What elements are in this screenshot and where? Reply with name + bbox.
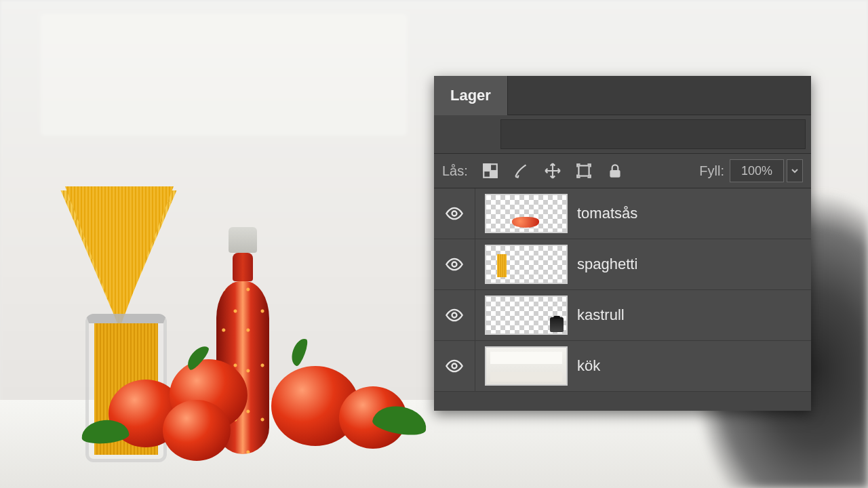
svg-point-6: [452, 262, 457, 267]
svg-rect-4: [610, 170, 620, 178]
eye-icon: [445, 306, 464, 325]
layer-row-tomatsas[interactable]: tomatsås: [434, 188, 811, 239]
fill-value-field[interactable]: 100%: [730, 159, 784, 182]
panel-tab-bar: Lager: [434, 76, 811, 115]
visibility-toggle[interactable]: [434, 204, 475, 223]
layer-row-spaghetti[interactable]: spaghetti: [434, 239, 811, 290]
visibility-toggle[interactable]: [434, 306, 475, 325]
visibility-toggle[interactable]: [434, 357, 475, 375]
layer-thumbnail[interactable]: [485, 245, 568, 284]
layer-row-kastrull[interactable]: kastrull: [434, 290, 811, 341]
layer-row-kok[interactable]: kök: [434, 341, 811, 392]
panel-tab-empty: [508, 76, 811, 115]
lock-brush-icon[interactable]: [510, 159, 533, 182]
layer-name[interactable]: spaghetti: [577, 256, 637, 273]
svg-point-8: [452, 364, 457, 369]
panel-filter-row: [434, 115, 811, 153]
lock-label: Lås:: [442, 163, 468, 179]
svg-rect-3: [578, 165, 589, 176]
layer-search-field[interactable]: [500, 119, 806, 149]
fill-dropdown[interactable]: [787, 159, 803, 182]
svg-point-5: [452, 211, 457, 216]
layer-thumbnail[interactable]: [485, 296, 568, 335]
layer-options-bar: Lås: Fyll: 100%: [434, 153, 811, 188]
layer-thumbnail[interactable]: [485, 194, 568, 233]
document-canvas: Lager Lås: Fyll:: [0, 0, 868, 488]
svg-point-7: [452, 313, 457, 318]
layer-name[interactable]: tomatsås: [577, 205, 637, 222]
lock-all-icon[interactable]: [604, 159, 627, 182]
svg-rect-1: [484, 164, 490, 171]
tomatoes-object: [81, 339, 420, 468]
eye-icon: [445, 204, 464, 223]
tab-layers[interactable]: Lager: [434, 76, 508, 115]
eye-icon: [445, 255, 464, 274]
eye-icon: [445, 357, 464, 375]
lock-move-icon[interactable]: [541, 159, 564, 182]
layer-thumbnail[interactable]: [485, 346, 568, 386]
layers-panel: Lager Lås: Fyll:: [434, 76, 811, 411]
lock-artboard-icon[interactable]: [572, 159, 595, 182]
svg-rect-2: [490, 171, 497, 178]
fill-label: Fyll:: [699, 163, 724, 179]
layer-name[interactable]: kök: [577, 357, 600, 375]
layer-name[interactable]: kastrull: [577, 306, 625, 324]
layers-list: tomatsås spaghetti: [434, 188, 811, 392]
visibility-toggle[interactable]: [434, 255, 475, 274]
lock-transparency-icon[interactable]: [479, 159, 502, 182]
